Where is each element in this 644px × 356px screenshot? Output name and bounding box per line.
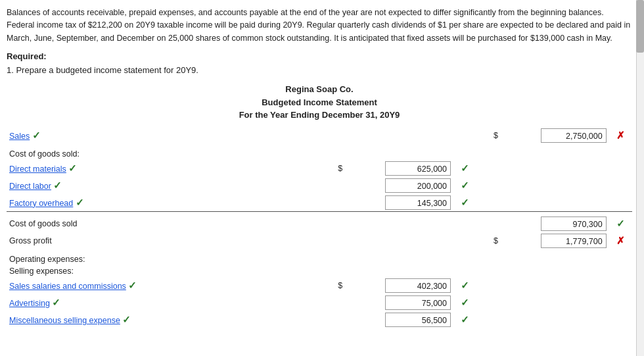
sales-salaries-value-check-icon: ✓ xyxy=(461,280,469,291)
sales-row: Sales ✓ $ 2,750,000 ✗ xyxy=(7,127,632,144)
scrollbar-track[interactable] xyxy=(636,0,644,356)
cogs-subtotal-label: Cost of goods sold xyxy=(7,215,321,232)
selling-exp-row: Selling expenses: xyxy=(7,265,632,277)
factory-overhead-check-icon: ✓ xyxy=(76,197,84,208)
advertising-check-icon: ✓ xyxy=(52,297,60,308)
advertising-link[interactable]: Advertising xyxy=(9,299,50,308)
intro-paragraph: Balances of accounts receivable, prepaid… xyxy=(7,7,632,45)
sales-salaries-row: Sales salaries and commissions ✓ $ 402,3… xyxy=(7,277,632,294)
direct-materials-link[interactable]: Direct materials xyxy=(9,165,66,174)
sales-input[interactable]: 2,750,000 xyxy=(541,128,607,143)
statement-title: Budgeted Income Statement xyxy=(7,96,632,109)
company-name: Regina Soap Co. xyxy=(7,83,632,96)
factory-overhead-value-check-icon: ✓ xyxy=(461,197,469,208)
required-label: Required: xyxy=(7,51,632,61)
cogs-subtotal-check-icon: ✓ xyxy=(616,218,625,229)
direct-labor-input[interactable]: 200,000 xyxy=(385,178,451,193)
misc-selling-check-icon: ✓ xyxy=(122,314,131,325)
sales-x-icon: ✗ xyxy=(616,130,625,141)
misc-selling-link[interactable]: Miscellaneous selling expense xyxy=(9,316,120,325)
gross-profit-row: Gross profit $ 1,779,700 ✗ xyxy=(7,232,632,249)
question-text: 1. Prepare a budgeted income statement f… xyxy=(7,65,632,75)
direct-labor-link[interactable]: Direct labor xyxy=(9,182,51,191)
sales-salaries-dollar: $ xyxy=(338,281,342,290)
operating-exp-label: Operating expenses: xyxy=(7,253,321,265)
operating-exp-row: Operating expenses: xyxy=(7,253,632,265)
company-header: Regina Soap Co. Budgeted Income Statemen… xyxy=(7,83,632,122)
cogs-label: Cost of goods sold: xyxy=(7,148,321,160)
cogs-header-row: Cost of goods sold: xyxy=(7,148,632,160)
direct-labor-check-icon: ✓ xyxy=(53,180,62,191)
advertising-value-check-icon: ✓ xyxy=(461,297,469,308)
income-statement-table: Sales ✓ $ 2,750,000 ✗ Cost of goods sold… xyxy=(7,127,632,329)
sales-salaries-link[interactable]: Sales salaries and commissions xyxy=(9,282,126,291)
direct-materials-row: Direct materials ✓ $ 625,000 ✓ xyxy=(7,160,632,177)
direct-materials-check-icon: ✓ xyxy=(68,163,77,174)
factory-overhead-link[interactable]: Factory overhead xyxy=(9,199,73,208)
gross-profit-label: Gross profit xyxy=(7,232,321,249)
sales-link[interactable]: Sales xyxy=(9,132,30,141)
gross-profit-x-icon: ✗ xyxy=(616,235,625,246)
scrollbar-thumb[interactable] xyxy=(636,0,644,53)
sales-salaries-check-icon: ✓ xyxy=(128,280,137,291)
misc-selling-value-check-icon: ✓ xyxy=(461,314,469,325)
sales-dollar: $ xyxy=(494,131,498,140)
factory-overhead-row: Factory overhead ✓ 145,300 ✓ xyxy=(7,194,632,212)
direct-labor-row: Direct labor ✓ 200,000 ✓ xyxy=(7,177,632,194)
direct-materials-value-check-icon: ✓ xyxy=(461,163,469,174)
statement-period: For the Year Ending December 31, 20Y9 xyxy=(7,109,632,122)
selling-exp-label: Selling expenses: xyxy=(7,265,321,277)
misc-selling-input[interactable]: 56,500 xyxy=(385,313,451,327)
direct-materials-dollar: $ xyxy=(338,164,342,173)
factory-overhead-input[interactable]: 145,300 xyxy=(385,195,451,210)
gross-profit-dollar: $ xyxy=(494,236,498,245)
sales-salaries-input[interactable]: 402,300 xyxy=(385,278,451,293)
direct-materials-input[interactable]: 625,000 xyxy=(385,161,451,176)
sales-check-icon: ✓ xyxy=(32,130,41,141)
cogs-subtotal-input[interactable]: 970,300 xyxy=(541,216,607,231)
direct-labor-value-check-icon: ✓ xyxy=(461,180,469,191)
gross-profit-input[interactable]: 1,779,700 xyxy=(541,234,607,248)
advertising-input[interactable]: 75,000 xyxy=(385,295,451,310)
advertising-row: Advertising ✓ 75,000 ✓ xyxy=(7,294,632,311)
misc-selling-row: Miscellaneous selling expense ✓ 56,500 ✓ xyxy=(7,311,632,328)
cogs-subtotal-row: Cost of goods sold 970,300 ✓ xyxy=(7,215,632,232)
